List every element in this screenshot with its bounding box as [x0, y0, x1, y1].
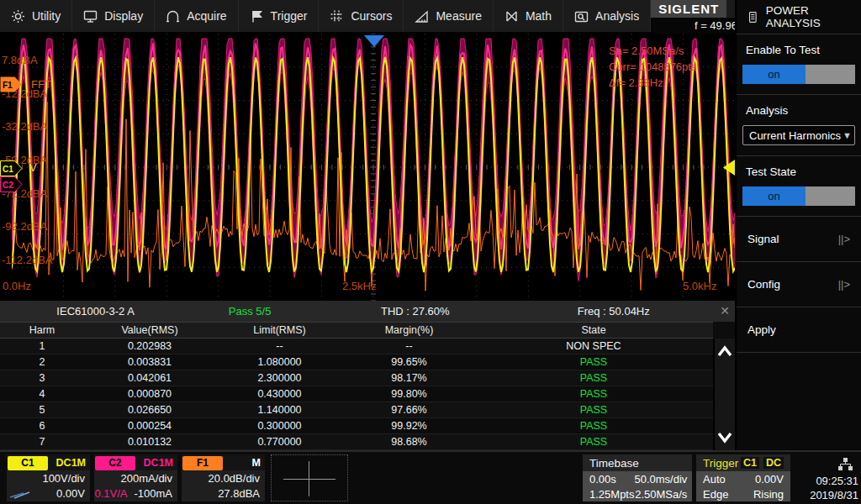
menu-utility-label: Utility	[32, 9, 61, 23]
scroll-down-button[interactable]	[715, 425, 735, 450]
points-info: Curr= 1048576pts	[609, 59, 696, 75]
analysis-icon	[574, 9, 589, 24]
signal-menu-item[interactable]: Signal ||>	[737, 217, 861, 262]
menu-utility[interactable]: Utility	[0, 0, 72, 32]
top-menu-bar: Utility Display Acquire Trigger Cursors …	[0, 0, 735, 34]
test-state-toggle[interactable]: on	[742, 186, 855, 206]
margin-cell: 98.68%	[344, 434, 474, 449]
trigger-slope: Rising	[738, 488, 784, 501]
trigger-coupling: DC	[763, 457, 784, 469]
panel-title: POWER ANALYSIS	[766, 4, 850, 29]
c2-channel-marker[interactable]: C2	[0, 176, 23, 192]
analysis-dropdown[interactable]: Current Harmonics ▼	[742, 125, 855, 145]
f1-mode: M	[252, 457, 261, 469]
test-state-label: Test State	[746, 165, 855, 178]
value-cell: 0.202983	[84, 339, 215, 354]
c1-unit-label: V	[29, 161, 37, 174]
close-icon[interactable]: ✕	[720, 304, 730, 318]
table-body: 10.202983----NON SPEC 20.0038311.0800009…	[0, 339, 735, 450]
channel1-descriptor[interactable]: C1 DC1M 100V/div 0.00V	[7, 454, 90, 501]
pass-status: Pass 5/5	[191, 305, 309, 318]
margin-cell: 99.65%	[344, 354, 474, 370]
f1-marker-label: F1	[3, 81, 13, 90]
margin-cell: 99.92%	[344, 418, 474, 433]
table-row: 30.0420612.30000098.17%PASS	[0, 370, 713, 386]
cross-icon	[309, 461, 309, 496]
math-icon	[504, 9, 519, 24]
thd-readout: THD : 27.60%	[309, 305, 521, 318]
trigger-label: Trigger	[703, 457, 738, 470]
state-cell: PASS	[474, 418, 713, 433]
menu-math[interactable]: Math	[494, 0, 563, 32]
fft-trace-label: FFT	[31, 78, 51, 91]
channel2-descriptor[interactable]: C2 DC1M 200mA/div 0.1V/A -100mA	[94, 454, 177, 501]
submenu-arrow-icon: ||>	[838, 233, 850, 245]
limit-cell: 0.300000	[215, 418, 344, 433]
table-scrollbar[interactable]	[713, 339, 735, 450]
config-menu-item[interactable]: Config ||>	[737, 262, 861, 307]
value-cell: 0.000254	[84, 418, 215, 433]
trigger-descriptor[interactable]: Trigger C1 DC Auto 0.00V Edge Rising	[696, 454, 790, 501]
timebase-rate: 2.50MSa/s	[634, 488, 687, 501]
value-cell: 0.003831	[84, 354, 215, 370]
acquisition-info: Sa= 2.50MSa/s Curr= 1048576pts Δf= 2.38H…	[609, 43, 696, 91]
harm-cell: 3	[0, 370, 84, 386]
harm-cell: 6	[0, 418, 84, 433]
menu-cursors[interactable]: Cursors	[319, 0, 404, 32]
trigger-level: 0.00V	[738, 473, 784, 486]
table-header-row: Harm Value(RMS) Limit(RMS) Margin(%) Sta…	[0, 322, 713, 339]
menu-acquire-label: Acquire	[187, 9, 226, 23]
table-row: 10.202983----NON SPEC	[0, 339, 713, 354]
c2-coupling: DC1M	[144, 457, 173, 469]
state-cell: PASS	[474, 434, 713, 449]
apply-menu-item[interactable]: Apply	[737, 307, 861, 353]
oscilloscope-screen: { "menu": { "items": [ {"label": "Utilit…	[0, 0, 861, 504]
panel-title-bar: POWER ANALYSIS	[737, 0, 861, 34]
waveform-display: 7.8dBA -12.2dBA -32.2dBA -52.2dBA -72.2d…	[0, 34, 735, 301]
menu-display[interactable]: Display	[72, 0, 155, 32]
chevron-down-icon	[717, 432, 732, 444]
bottom-status-bar: C1 DC1M 100V/div 0.00V C2 DC1M 200mA/div…	[0, 450, 861, 504]
toggle-off-segment	[806, 186, 855, 206]
menu-trigger[interactable]: Trigger	[239, 0, 320, 32]
analysis-dropdown-value: Current Harmonics	[749, 129, 841, 142]
cross-icon	[283, 479, 335, 480]
menu-analysis-label: Analysis	[595, 9, 639, 23]
c1-badge: C1	[8, 456, 48, 470]
menu-analysis[interactable]: Analysis	[563, 0, 651, 32]
c2-scale: 200mA/div	[98, 471, 172, 486]
f1-math-descriptor[interactable]: F1 M 20.0dB/div 27.8dBA	[182, 454, 265, 501]
power-analysis-panel: POWER ANALYSIS Enable To Test on Analysi…	[735, 0, 861, 450]
measure-icon	[415, 9, 429, 24]
timebase-points: 1.25Mpts	[589, 488, 634, 501]
harm-cell: 4	[0, 386, 84, 402]
table-title-bar: IEC61000-3-2 A Pass 5/5 THD : 27.60% Fre…	[0, 301, 735, 322]
standard-name: IEC61000-3-2 A	[0, 305, 191, 318]
toggle-on-segment: on	[742, 65, 806, 84]
scroll-up-button[interactable]	[715, 339, 735, 364]
trigger-level-marker[interactable]	[723, 160, 735, 176]
c1-channel-marker[interactable]: C1	[0, 160, 23, 176]
limit-cell: --	[215, 339, 344, 354]
menu-acquire[interactable]: Acquire	[155, 0, 238, 32]
freq-axis-end-label: 5.0kHz	[683, 280, 716, 292]
f1-channel-marker[interactable]: F1	[0, 76, 23, 92]
menu-measure[interactable]: Measure	[404, 0, 493, 32]
c2-badge: C2	[95, 456, 135, 470]
state-cell: PASS	[474, 402, 713, 417]
timebase-label: Timebase	[589, 457, 639, 470]
chevron-down-icon: ▼	[843, 130, 852, 140]
f1-scale: 20.0dB/div	[185, 471, 260, 486]
timebase-descriptor[interactable]: Timebase 0.00s 50.0ms/div 1.25Mpts 2.50M…	[583, 454, 692, 501]
f1-offset: 27.8dBA	[185, 486, 260, 501]
trigger-position-marker[interactable]	[364, 35, 384, 47]
delta-f-info: Δf= 2.38Hz	[609, 75, 696, 91]
freq-axis-start-label: 0.0Hz	[3, 280, 31, 292]
db-axis-label: -92.2dBA	[2, 220, 47, 233]
enable-to-test-toggle[interactable]: on	[742, 65, 855, 84]
trigger-type: Edge	[703, 488, 738, 501]
empty-descriptor-slot	[271, 454, 348, 501]
siglent-logo: SIGLENT	[651, 0, 726, 18]
cursors-icon	[330, 9, 344, 24]
gear-icon	[11, 9, 25, 24]
